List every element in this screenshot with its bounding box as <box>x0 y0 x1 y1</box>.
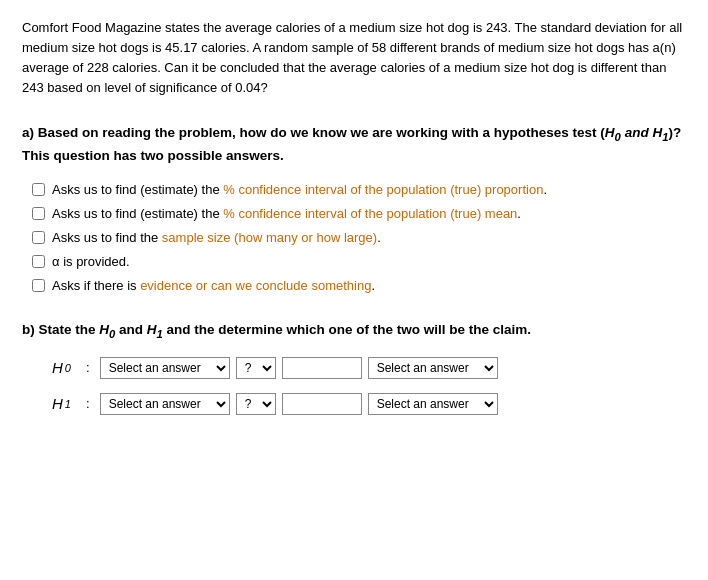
h0-value-input[interactable] <box>282 357 362 379</box>
h0-row: H0 : Select an answer μ p ? = ≠ < > ≤ ≥ … <box>22 357 686 379</box>
list-item: Asks us to find (estimate) the % confide… <box>32 205 686 223</box>
h0-select-answer[interactable]: Select an answer μ p <box>100 357 230 379</box>
h1-select-claim[interactable]: Select an answer Claim Not Claim <box>368 393 498 415</box>
option-2-text: Asks us to find (estimate) the % confide… <box>52 205 521 223</box>
question-a-block: a) Based on reading the problem, how do … <box>22 123 686 296</box>
question-b-h1: H1 <box>147 322 163 337</box>
h0-colon: : <box>86 360 90 375</box>
checkbox-option-3[interactable] <box>32 231 45 244</box>
option-1-text: Asks us to find (estimate) the % confide… <box>52 181 547 199</box>
h0-select-claim[interactable]: Select an answer Claim Not Claim <box>368 357 498 379</box>
question-a-title-prefix: a) Based on reading the problem, how do … <box>22 125 605 140</box>
option-2-orange: % confidence interval of the population … <box>223 206 517 221</box>
list-item: Asks if there is evidence or can we conc… <box>32 277 686 295</box>
checkbox-option-4[interactable] <box>32 255 45 268</box>
question-a-title: a) Based on reading the problem, how do … <box>22 123 686 167</box>
checkbox-option-5[interactable] <box>32 279 45 292</box>
checkbox-list: Asks us to find (estimate) the % confide… <box>22 181 686 296</box>
option-5-orange: evidence or can we conclude something <box>140 278 371 293</box>
intro-paragraph: Comfort Food Magazine states the average… <box>22 18 686 99</box>
list-item: α is provided. <box>32 253 686 271</box>
question-b-prefix: b) State the <box>22 322 99 337</box>
question-b-title: b) State the H0 and H1 and the determine… <box>22 320 686 343</box>
question-b-block: b) State the H0 and H1 and the determine… <box>22 320 686 415</box>
option-3-text: Asks us to find the sample size (how man… <box>52 229 381 247</box>
option-3-orange: sample size (how many or how large) <box>162 230 377 245</box>
option-4-text: α is provided. <box>52 253 130 271</box>
h1-select-answer[interactable]: Select an answer μ p <box>100 393 230 415</box>
question-b-h0: H0 <box>99 322 115 337</box>
option-5-text: Asks if there is evidence or can we conc… <box>52 277 375 295</box>
list-item: Asks us to find the sample size (how man… <box>32 229 686 247</box>
h1-colon: : <box>86 396 90 411</box>
h1-row: H1 : Select an answer μ p ? = ≠ < > ≤ ≥ … <box>22 393 686 415</box>
list-item: Asks us to find (estimate) the % confide… <box>32 181 686 199</box>
question-a-title-math: H0 and H1 <box>605 125 669 140</box>
h1-label: H1 <box>52 395 80 412</box>
checkbox-option-2[interactable] <box>32 207 45 220</box>
option-1-orange: % confidence interval of the population … <box>223 182 543 197</box>
h0-select-symbol[interactable]: ? = ≠ < > ≤ ≥ <box>236 357 276 379</box>
question-b-mid: and <box>115 322 147 337</box>
h1-select-symbol[interactable]: ? = ≠ < > ≤ ≥ <box>236 393 276 415</box>
checkbox-option-1[interactable] <box>32 183 45 196</box>
h1-value-input[interactable] <box>282 393 362 415</box>
question-b-suffix: and the determine which one of the two w… <box>163 322 531 337</box>
h0-label: H0 <box>52 359 80 376</box>
